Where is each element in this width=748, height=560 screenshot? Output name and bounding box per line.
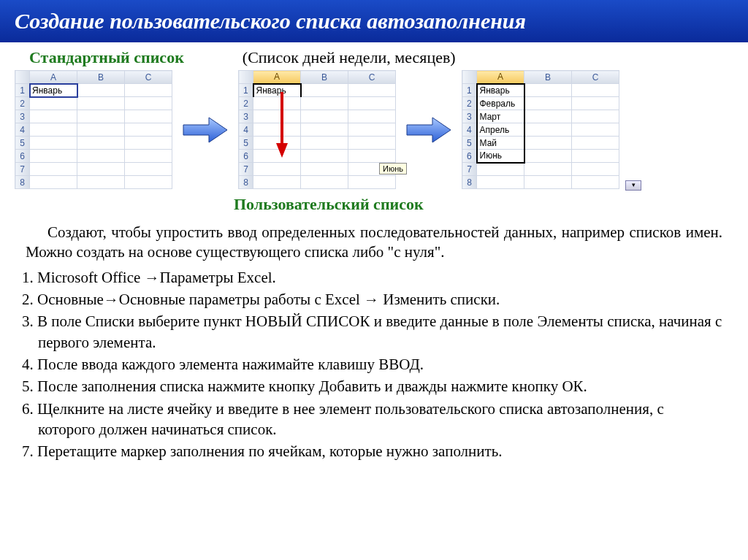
- step-item: 3. В поле Списки выберите пункт НОВЫЙ СП…: [22, 311, 722, 353]
- instruction-steps: 1. Microsoft Office →Параметры Excel. 2.…: [0, 263, 748, 462]
- slide-title-text: Создание пользовательского списка автоза…: [15, 9, 526, 34]
- slide-title: Создание пользовательского списка автоза…: [0, 0, 748, 42]
- excel-screenshot-3: ABC 1Январь 2Февраль 3Март 4Апрель 5Май …: [462, 70, 619, 189]
- col-header-c: C: [125, 71, 172, 84]
- excel-screenshot-2: ABC 1Январь 2 3 4 5 6 7 8: [238, 70, 396, 189]
- step-item: 1. Microsoft Office →Параметры Excel.: [22, 267, 722, 288]
- autofill-smarttag-icon: ▾: [625, 180, 641, 191]
- arrow-right-icon: [403, 112, 454, 148]
- col-header-a: A: [477, 71, 524, 84]
- heading-parenthetical: (Список дней недели, месяцев): [243, 48, 456, 67]
- excel-screenshot-1: ABC 1Январь 2 3 4 5 6 7 8: [15, 70, 172, 189]
- heading-user-list: Пользовательский список: [29, 195, 424, 214]
- paragraph-description: Создают, чтобы упростить ввод определенн…: [0, 217, 748, 263]
- col-header-c: C: [572, 71, 619, 84]
- col-header-c: C: [348, 71, 396, 84]
- arrow-right-icon: [180, 112, 231, 148]
- step-item: 4. После ввода каждого элемента нажимайт…: [22, 354, 722, 375]
- col-header-b: B: [77, 71, 125, 84]
- step-item: 7. Перетащите маркер заполнения по ячейк…: [22, 441, 722, 461]
- cell: Февраль: [477, 97, 524, 110]
- step-item: 5. После заполнения списка нажмите кнопк…: [22, 376, 722, 396]
- col-header-a: A: [30, 71, 77, 84]
- cell: Июнь: [477, 150, 524, 163]
- col-header-b: B: [301, 71, 348, 84]
- step-item: 6. Щелкните на листе ячейку и введите в …: [22, 399, 722, 440]
- col-header-a: A: [253, 71, 301, 84]
- row-header: 1: [15, 84, 30, 97]
- cell: Апрель: [477, 123, 524, 137]
- col-header-b: B: [524, 71, 572, 84]
- red-drag-arrow-icon: [275, 92, 289, 158]
- heading-standard-list: Стандартный список: [29, 48, 184, 67]
- cell-a1: Январь: [30, 84, 77, 97]
- cell: Март: [477, 110, 524, 123]
- cell: Январь: [477, 84, 524, 97]
- cell: Май: [477, 137, 524, 150]
- fill-tooltip: Июнь: [379, 163, 407, 174]
- step-item: 2. Основные→Основные параметры работы с …: [22, 289, 722, 310]
